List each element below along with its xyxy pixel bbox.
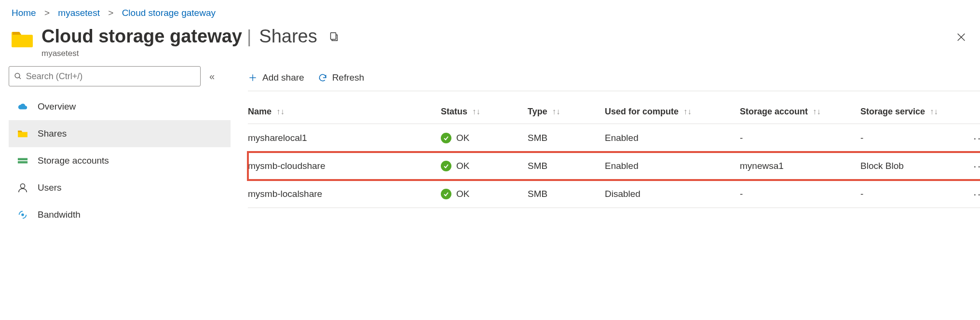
- title-separator: |: [247, 27, 251, 47]
- status-ok-icon: [441, 133, 451, 143]
- breadcrumb-item-gateway[interactable]: Cloud storage gateway: [122, 8, 216, 18]
- plus-icon: [248, 73, 258, 83]
- collapse-sidebar-icon[interactable]: «: [209, 71, 215, 82]
- cell-service: -: [860, 133, 957, 143]
- sidebar-item-label: Shares: [38, 128, 67, 139]
- sort-icon: ↑↓: [930, 107, 938, 117]
- refresh-icon: [318, 73, 327, 83]
- user-icon: [17, 182, 28, 193]
- folder-icon: [12, 29, 33, 48]
- table-row[interactable]: mysmb-localshareOKSMBDisabled--···: [248, 180, 980, 208]
- page-subtitle: myasetest: [41, 49, 968, 58]
- cell-name: mysharelocal1: [248, 133, 441, 143]
- cell-account: -: [740, 133, 860, 143]
- page-title: Cloud storage gateway: [41, 26, 242, 47]
- sidebar-item-label: Overview: [38, 101, 76, 112]
- page-header: Cloud storage gateway | Shares myasetest: [0, 23, 980, 61]
- sidebar-item-label: Users: [38, 182, 62, 193]
- refresh-button[interactable]: Refresh: [318, 72, 365, 83]
- sort-icon: ↑↓: [683, 107, 692, 117]
- svg-rect-6: [18, 161, 27, 164]
- sort-icon: ↑↓: [472, 107, 480, 117]
- sidebar-item-users[interactable]: Users: [9, 174, 231, 201]
- sort-icon: ↑↓: [276, 107, 285, 117]
- sidebar-item-label: Bandwidth: [38, 209, 81, 220]
- cell-name: mysmb-cloudshare: [248, 161, 441, 171]
- cell-compute: Enabled: [605, 133, 740, 143]
- main-content: Add share Refresh Name↑↓ Status↑↓ Type↑↓…: [231, 66, 980, 228]
- col-storage-service[interactable]: Storage service↑↓: [860, 107, 957, 117]
- col-compute[interactable]: Used for compute↑↓: [605, 107, 740, 117]
- svg-point-8: [22, 214, 24, 216]
- cell-type: SMB: [528, 189, 605, 199]
- sidebar-item-bandwidth[interactable]: Bandwidth: [9, 201, 231, 228]
- toolbar-label: Refresh: [332, 72, 365, 83]
- cell-type: SMB: [528, 133, 605, 143]
- search-input-wrapper[interactable]: [9, 66, 201, 86]
- svg-rect-0: [330, 32, 336, 39]
- cell-compute: Enabled: [605, 161, 740, 171]
- breadcrumb-sep: >: [39, 8, 55, 18]
- svg-rect-5: [18, 158, 27, 161]
- col-type[interactable]: Type↑↓: [528, 107, 605, 117]
- signal-icon: [17, 209, 28, 220]
- cell-type: SMB: [528, 161, 605, 171]
- sort-icon: ↑↓: [813, 107, 821, 117]
- breadcrumb: Home > myasetest > Cloud storage gateway: [0, 0, 980, 23]
- add-share-button[interactable]: Add share: [248, 72, 304, 83]
- cloud-icon: [17, 102, 28, 111]
- cell-status: OK: [441, 133, 528, 143]
- cell-name: mysmb-localshare: [248, 189, 441, 199]
- toolbar: Add share Refresh: [248, 66, 980, 91]
- col-name[interactable]: Name↑↓: [248, 107, 441, 117]
- svg-point-3: [15, 73, 20, 78]
- svg-line-4: [19, 77, 21, 79]
- svg-point-7: [20, 184, 25, 188]
- copy-icon[interactable]: [328, 31, 339, 42]
- status-ok-icon: [441, 161, 451, 171]
- row-more-icon[interactable]: ···: [957, 131, 980, 145]
- shares-table: Name↑↓ Status↑↓ Type↑↓ Used for compute↑…: [248, 100, 980, 208]
- status-ok-icon: [441, 189, 451, 199]
- page-section: Shares: [259, 26, 317, 47]
- cell-status: OK: [441, 189, 528, 199]
- sidebar-item-shares[interactable]: Shares: [9, 120, 231, 147]
- col-storage-account[interactable]: Storage account↑↓: [740, 107, 860, 117]
- sort-icon: ↑↓: [552, 107, 560, 117]
- close-icon[interactable]: [956, 32, 966, 42]
- table-header: Name↑↓ Status↑↓ Type↑↓ Used for compute↑…: [248, 100, 980, 124]
- search-input[interactable]: [26, 71, 195, 82]
- table-row[interactable]: mysmb-cloudshareOKSMBEnabledmynewsa1Bloc…: [248, 152, 980, 180]
- cell-account: -: [740, 189, 860, 199]
- sidebar: « Overview Shares Storage accounts Users: [9, 66, 231, 228]
- col-status[interactable]: Status↑↓: [441, 107, 528, 117]
- table-row[interactable]: mysharelocal1OKSMBEnabled--···: [248, 124, 980, 152]
- row-more-icon[interactable]: ···: [957, 159, 980, 173]
- cell-compute: Disabled: [605, 189, 740, 199]
- cell-service: Block Blob: [860, 161, 957, 171]
- folder-icon: [17, 129, 28, 138]
- cell-status: OK: [441, 161, 528, 171]
- breadcrumb-item-home[interactable]: Home: [12, 8, 36, 18]
- sidebar-item-overview[interactable]: Overview: [9, 93, 231, 120]
- sidebar-item-label: Storage accounts: [38, 155, 109, 166]
- search-icon: [14, 72, 22, 81]
- cell-account: mynewsa1: [740, 161, 860, 171]
- sidebar-item-storage[interactable]: Storage accounts: [9, 147, 231, 174]
- toolbar-label: Add share: [262, 72, 304, 83]
- breadcrumb-item-resource[interactable]: myasetest: [58, 8, 100, 18]
- breadcrumb-sep: >: [102, 8, 119, 18]
- cell-service: -: [860, 189, 957, 199]
- row-more-icon[interactable]: ···: [957, 187, 980, 201]
- storage-icon: [17, 156, 28, 165]
